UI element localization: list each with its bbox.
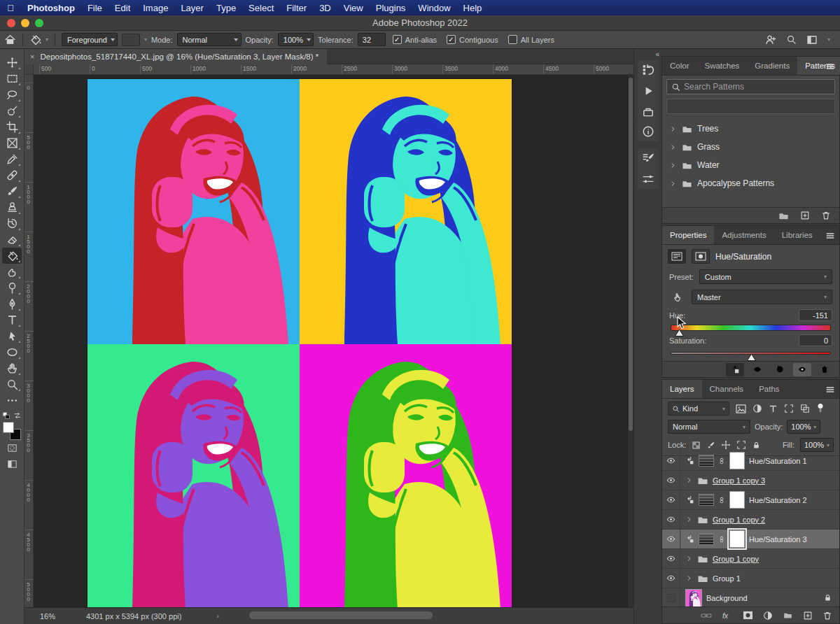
checkbox-anti-alias[interactable]: ✓Anti-alias: [393, 35, 437, 44]
lock-artboard-icon[interactable]: [736, 440, 746, 450]
layer-name[interactable]: Hue/Saturation 2: [749, 496, 807, 504]
collapse-dock-icon[interactable]: «: [655, 50, 658, 58]
pattern-folder-apocalypse-patterns[interactable]: Apocalypse Patterns: [662, 174, 839, 192]
adjustment-thumbnail[interactable]: [699, 533, 714, 545]
marquee-tool[interactable]: [2, 71, 22, 87]
layer-row-hue-saturation-2[interactable]: Hue/Saturation 2: [662, 490, 839, 510]
chevron-right-icon[interactable]: [685, 555, 693, 562]
layer-row-group-1[interactable]: Group 1: [662, 569, 839, 588]
layer-content[interactable]: Background: [680, 589, 839, 607]
group-name[interactable]: Group 1 copy 3: [713, 476, 765, 485]
pattern-folder-trees[interactable]: Trees: [662, 120, 839, 138]
eye-icon[interactable]: [666, 574, 676, 583]
menu-filter[interactable]: Filter: [280, 3, 313, 13]
new-group-icon[interactable]: [783, 611, 793, 620]
zoom-level-field[interactable]: 16%: [24, 612, 79, 621]
menu-photoshop[interactable]: Photoshop: [21, 3, 81, 13]
paint-bucket-tool[interactable]: [2, 248, 22, 264]
opacity-dropdown[interactable]: 100% ▾: [278, 33, 314, 46]
lock-position-icon[interactable]: [721, 440, 731, 450]
layer-visibility-cell[interactable]: [662, 471, 680, 490]
smudge-tool[interactable]: [2, 264, 22, 280]
menu-type[interactable]: Type: [210, 3, 242, 13]
pen-tool[interactable]: [2, 296, 22, 312]
history-panel-icon[interactable]: [640, 63, 656, 77]
screen-mode-button[interactable]: [2, 456, 22, 472]
status-chevron-icon[interactable]: ›: [216, 612, 218, 620]
edit-toolbar[interactable]: [2, 392, 22, 409]
layer-row-group-1-copy-2[interactable]: Group 1 copy 2: [662, 510, 839, 530]
search-icon[interactable]: [786, 34, 797, 45]
patterns-tab-gradients[interactable]: Gradients: [747, 57, 797, 75]
group-name[interactable]: Group 1: [713, 574, 741, 583]
chevron-right-icon[interactable]: [669, 143, 677, 151]
layer-row-group-1-copy-3[interactable]: Group 1 copy 3: [662, 471, 839, 490]
swap-colors-icon[interactable]: [13, 411, 22, 420]
eye-icon[interactable]: [666, 534, 676, 544]
hue-slider-thumb[interactable]: [675, 329, 684, 336]
checkbox-contiguous[interactable]: ✓Contiguous: [447, 35, 498, 44]
document-tab[interactable]: × Depositphotos_518717440_XL.jpg @ 16% (…: [24, 49, 327, 64]
pattern-folder-grass[interactable]: Grass: [662, 138, 839, 156]
targeted-adjustment-icon[interactable]: [669, 292, 686, 302]
layer-mask-thumbnail[interactable]: [729, 530, 745, 548]
share-user-icon[interactable]: [765, 34, 776, 45]
tool-presets-panel-icon[interactable]: [640, 105, 656, 119]
layer-name[interactable]: Hue/Saturation 3: [749, 535, 807, 544]
menu-window[interactable]: Window: [412, 3, 456, 13]
close-tab-icon[interactable]: ×: [30, 52, 34, 61]
checkbox-box[interactable]: ✓: [393, 35, 402, 44]
path-selection-tool[interactable]: [2, 328, 22, 344]
checkbox-box[interactable]: ✓: [447, 35, 456, 44]
checkbox-all-layers[interactable]: All Layers: [508, 35, 554, 44]
quick-selection-tool[interactable]: [2, 103, 22, 119]
horizontal-ruler[interactable]: 5000500100015002000250030003500400045005…: [34, 64, 634, 75]
layer-visibility-cell[interactable]: [662, 530, 680, 548]
dodge-tool[interactable]: [2, 280, 22, 296]
layer-mask-thumbnail[interactable]: [729, 452, 745, 469]
layers-tab-paths[interactable]: Paths: [751, 380, 787, 398]
delete-adjustment-icon[interactable]: [816, 363, 834, 376]
menu-layer[interactable]: Layer: [174, 3, 210, 13]
layer-name[interactable]: Hue/Saturation 1: [749, 457, 807, 465]
reset-adjustment-icon[interactable]: [771, 363, 789, 376]
brush-tool[interactable]: [2, 183, 22, 199]
layer-visibility-cell[interactable]: [662, 451, 680, 470]
workspace-switcher-icon[interactable]: [806, 34, 818, 45]
new-pattern-icon[interactable]: [800, 211, 810, 220]
vertical-scrollbar[interactable]: [627, 75, 634, 607]
move-tool[interactable]: [2, 55, 22, 71]
brushes-panel-icon[interactable]: [640, 172, 656, 186]
panel-menu-icon[interactable]: [825, 385, 835, 395]
fill-source-dropdown[interactable]: Foreground ▾: [62, 33, 118, 46]
clip-to-layer-icon[interactable]: [726, 363, 744, 376]
layer-name[interactable]: Background: [706, 594, 748, 602]
default-colors-icon[interactable]: [2, 411, 10, 420]
preset-dropdown[interactable]: Custom ▾: [699, 269, 832, 284]
menu-file[interactable]: File: [81, 3, 108, 13]
layer-visibility-cell[interactable]: [662, 588, 680, 607]
layer-style-fx-icon[interactable]: fx: [722, 611, 733, 621]
new-layer-icon[interactable]: [803, 611, 813, 621]
menu-image[interactable]: Image: [136, 3, 174, 13]
mode-dropdown[interactable]: Normal ▾: [177, 33, 241, 46]
chevron-right-icon[interactable]: [685, 574, 693, 582]
add-layer-mask-icon[interactable]: [743, 611, 753, 620]
filter-type-layers-icon[interactable]: [769, 404, 778, 413]
patterns-tab-color[interactable]: Color: [662, 57, 696, 75]
chevron-right-icon[interactable]: [685, 476, 693, 484]
eye-icon[interactable]: [666, 456, 676, 465]
layer-content[interactable]: Group 1 copy: [680, 553, 839, 565]
hand-tool[interactable]: [2, 360, 22, 376]
panel-menu-icon[interactable]: [825, 231, 835, 241]
pattern-folder-water[interactable]: Water: [662, 156, 839, 174]
layer-visibility-cell[interactable]: [662, 549, 680, 568]
tolerance-field[interactable]: 32: [358, 33, 386, 46]
delete-layer-icon[interactable]: [822, 611, 832, 621]
saturation-slider[interactable]: [671, 352, 831, 355]
layers-tab-layers[interactable]: Layers: [662, 380, 702, 398]
properties-tab-libraries[interactable]: Libraries: [774, 226, 820, 244]
menu-plugins[interactable]: Plugins: [370, 3, 412, 13]
checkbox-box[interactable]: [508, 35, 517, 44]
layer-content[interactable]: Group 1: [680, 573, 839, 584]
